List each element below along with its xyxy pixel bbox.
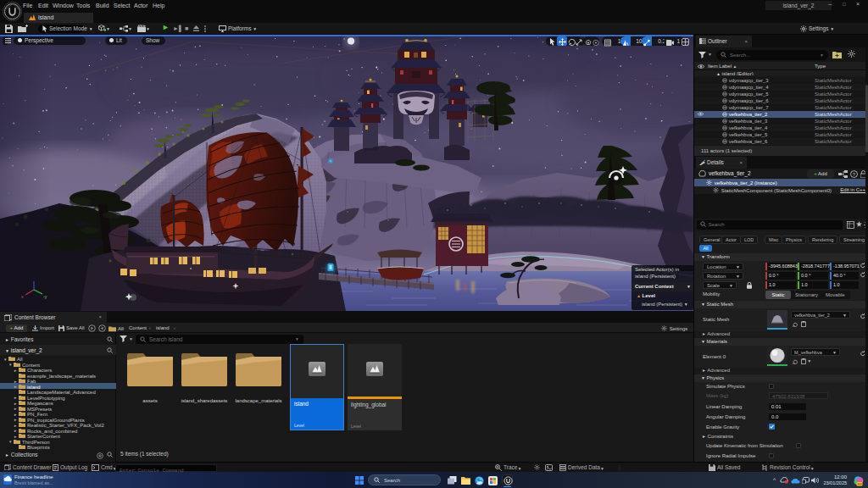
svg-text:?: ?	[853, 172, 856, 177]
